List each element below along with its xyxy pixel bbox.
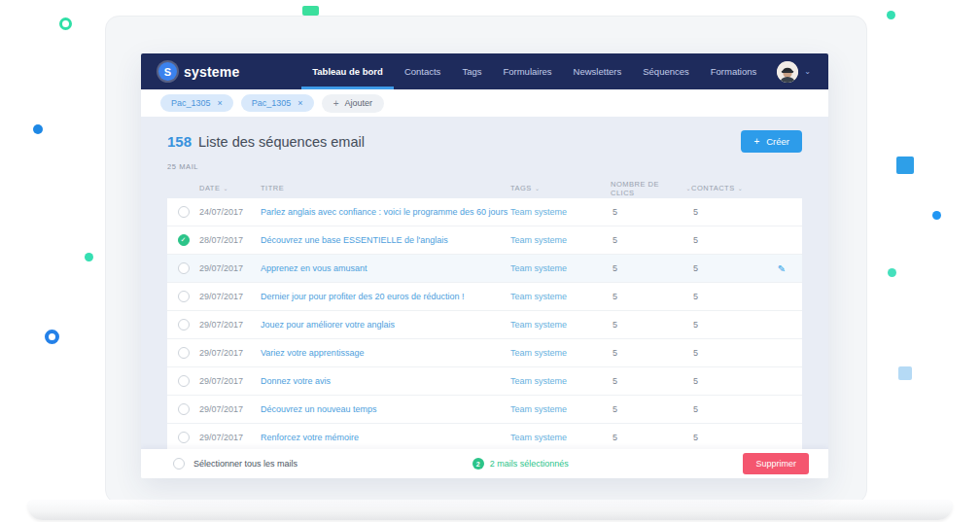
row-clicks: 5: [611, 376, 691, 386]
nav-item-formations[interactable]: Formations: [700, 53, 768, 89]
row-title-link[interactable]: Donnez votre avis: [261, 376, 510, 386]
nav-item-s-quences[interactable]: Séquences: [632, 53, 700, 89]
row-title-link[interactable]: Apprenez en vous amusant: [261, 263, 510, 273]
column-header-tags[interactable]: TAGS⌄: [510, 184, 611, 192]
table-row: ✓28/07/2017Découvrez une base ESSENTIELL…: [167, 226, 802, 255]
row-checkbox[interactable]: [178, 432, 190, 443]
brand-logo[interactable]: S systeme: [158, 62, 239, 81]
decor-blue-dot-icon: [33, 124, 43, 134]
row-contacts: 5: [691, 404, 761, 414]
sequence-count: 158: [167, 133, 192, 150]
row-title-link[interactable]: Renforcez votre mémoire: [261, 433, 510, 442]
row-checkbox-checked[interactable]: ✓: [178, 234, 190, 246]
row-date: 29/07/2017: [199, 348, 261, 358]
row-contacts: 5: [691, 376, 761, 386]
column-header-titre: TITRE: [261, 184, 510, 192]
column-header-contacts[interactable]: CONTACTS⌄: [691, 184, 761, 192]
filter-chip[interactable]: Pac_1305×: [160, 94, 233, 112]
remove-filter-icon[interactable]: ×: [298, 99, 302, 108]
row-title-link[interactable]: Découvrez une base ESSENTIELLE de l'angl…: [261, 235, 510, 245]
main-content: 158 Liste des séquences email + Créer 25…: [141, 117, 828, 449]
row-title-link[interactable]: Découvrez un nouveau temps: [261, 404, 510, 414]
row-date: 29/07/2017: [199, 292, 261, 301]
remove-filter-icon[interactable]: ×: [218, 99, 223, 108]
row-clicks: 5: [611, 404, 691, 414]
row-tag-link[interactable]: Team systeme: [510, 348, 611, 358]
row-date: 29/07/2017: [199, 320, 261, 330]
row-contacts: 5: [691, 235, 761, 245]
row-tag-link[interactable]: Team systeme: [510, 320, 611, 330]
filter-chip-label: Pac_1305: [171, 98, 211, 108]
row-checkbox-cell: [167, 403, 199, 415]
row-tag-link[interactable]: Team systeme: [510, 433, 611, 442]
table-row: 24/07/2017Parlez anglais avec confiance …: [167, 198, 802, 226]
row-contacts: 5: [691, 433, 761, 442]
create-button[interactable]: + Créer: [741, 130, 802, 153]
row-tag-link[interactable]: Team systeme: [510, 235, 611, 245]
row-clicks: 5: [611, 320, 691, 330]
row-checkbox[interactable]: [178, 291, 190, 302]
plus-icon: +: [333, 98, 339, 109]
row-date: 24/07/2017: [199, 207, 261, 217]
row-clicks: 5: [611, 207, 691, 217]
sort-caret-icon: ⌄: [535, 185, 541, 191]
selection-footer: Sélectionner tous les mails 2 2 mails sé…: [141, 449, 828, 478]
row-tag-link[interactable]: Team systeme: [510, 207, 611, 217]
top-navbar: S systeme Tableau de bordContactsTagsFor…: [141, 53, 828, 89]
filter-chip-label: Pac_1305: [252, 98, 292, 108]
column-header-date[interactable]: DATE⌄: [199, 184, 261, 192]
delete-button[interactable]: Supprimer: [743, 453, 809, 474]
row-checkbox[interactable]: [178, 375, 190, 387]
nav-item-tags[interactable]: Tags: [451, 53, 492, 89]
decor-blue-square-icon: [896, 157, 914, 174]
edit-pencil-icon[interactable]: ✎: [778, 263, 786, 274]
row-checkbox-cell: [167, 347, 199, 359]
page-heading: 158 Liste des séquences email: [167, 133, 365, 150]
select-all-control[interactable]: Sélectionner tous les mails: [173, 458, 298, 470]
row-checkbox[interactable]: [178, 319, 190, 331]
add-filter-button[interactable]: + Ajouter: [322, 94, 384, 113]
row-tag-link[interactable]: Team systeme: [510, 376, 611, 386]
row-tag-link[interactable]: Team systeme: [510, 263, 611, 273]
row-title-link[interactable]: Parlez anglais avec confiance : voici le…: [261, 207, 510, 217]
selection-summary: 2 2 mails sélectionnés: [472, 458, 569, 470]
row-checkbox[interactable]: [178, 347, 190, 359]
table-row: 29/07/2017Variez votre apprentissageTeam…: [167, 339, 802, 367]
table-row: 29/07/2017Découvrez un nouveau tempsTeam…: [167, 396, 802, 424]
row-checkbox[interactable]: [178, 206, 190, 218]
row-checkbox[interactable]: [178, 262, 190, 274]
chevron-down-icon: ⌄: [804, 67, 811, 76]
systeme-logo-icon: S: [158, 62, 177, 81]
decor-teal-ring-icon: [59, 17, 72, 30]
row-contacts: 5: [691, 292, 761, 301]
row-date: 29/07/2017: [199, 376, 261, 386]
row-date: 28/07/2017: [199, 235, 261, 245]
filter-chips-row: Pac_1305×Pac_1305× + Ajouter: [141, 89, 828, 117]
row-title-link[interactable]: Jouez pour améliorer votre anglais: [261, 320, 510, 330]
page-title: Liste des séquences email: [198, 134, 365, 150]
user-menu[interactable]: ⌄: [777, 61, 811, 83]
select-all-label: Sélectionner tous les mails: [193, 459, 298, 469]
row-checkbox[interactable]: [178, 403, 190, 415]
sequences-table: DATE⌄TITRETAGS⌄NOMBRE DE CLICS⌄CONTACTS⌄…: [167, 178, 802, 449]
nav-item-tableau-de-bord[interactable]: Tableau de bord: [301, 53, 394, 89]
row-title-link[interactable]: Dernier jour pour profiter des 20 euros …: [261, 292, 510, 301]
row-tag-link[interactable]: Team systeme: [510, 292, 611, 301]
filter-chips: Pac_1305×Pac_1305×: [160, 94, 314, 112]
row-checkbox-cell: [167, 319, 199, 331]
row-tag-link[interactable]: Team systeme: [510, 404, 611, 414]
filter-chip[interactable]: Pac_1305×: [241, 94, 314, 112]
decor-pale-square-icon: [898, 366, 912, 380]
row-actions: ✎: [761, 263, 802, 274]
user-avatar: [777, 61, 798, 83]
nav-item-formulaires[interactable]: Formulaires: [492, 53, 562, 89]
row-title-link[interactable]: Variez votre apprentissage: [261, 348, 510, 358]
nav-item-newsletters[interactable]: Newsletters: [563, 53, 633, 89]
laptop-base: [27, 500, 953, 520]
column-header-nombre-de-clics[interactable]: NOMBRE DE CLICS⌄: [611, 180, 691, 197]
decor-blue-ring-icon: [45, 330, 59, 344]
row-date: 29/07/2017: [199, 404, 261, 414]
nav-item-contacts[interactable]: Contacts: [394, 53, 452, 89]
table-row: 29/07/2017Dernier jour pour profiter des…: [167, 283, 802, 311]
select-all-checkbox[interactable]: [173, 458, 185, 470]
